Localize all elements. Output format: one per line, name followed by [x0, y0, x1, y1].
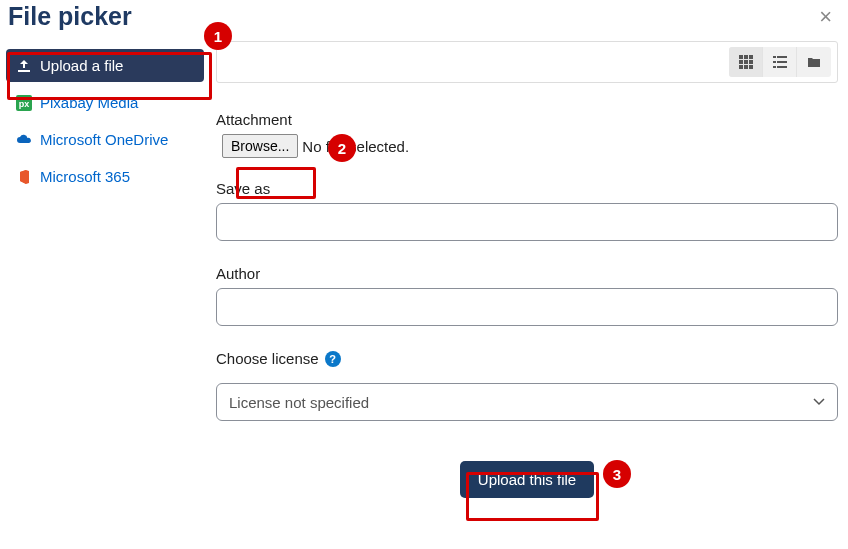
svg-rect-7 — [749, 60, 753, 64]
svg-rect-13 — [773, 61, 776, 63]
grid-icon — [739, 55, 753, 69]
list-icon — [773, 55, 787, 69]
sidebar-item-onedrive[interactable]: Microsoft OneDrive — [6, 123, 204, 156]
svg-rect-12 — [777, 56, 787, 58]
svg-rect-9 — [744, 65, 748, 69]
browse-button[interactable]: Browse... — [222, 134, 298, 158]
svg-rect-8 — [739, 65, 743, 69]
svg-rect-14 — [777, 61, 787, 63]
svg-rect-5 — [739, 60, 743, 64]
m365-icon — [16, 169, 32, 185]
no-file-text: No file selected. — [302, 138, 409, 155]
license-select[interactable]: License not specified — [216, 383, 838, 421]
svg-rect-15 — [773, 66, 776, 68]
sidebar-item-label: Microsoft 365 — [40, 168, 130, 185]
sidebar-item-m365[interactable]: Microsoft 365 — [6, 160, 204, 193]
svg-rect-16 — [777, 66, 787, 68]
svg-rect-11 — [773, 56, 776, 58]
close-button[interactable]: × — [815, 4, 836, 30]
save-as-label: Save as — [216, 180, 838, 197]
view-list-button[interactable] — [763, 47, 797, 77]
sidebar-item-pixabay[interactable]: px Pixabay Media — [6, 86, 204, 119]
view-tree-button[interactable] — [797, 47, 831, 77]
svg-rect-2 — [739, 55, 743, 59]
page-title: File picker — [4, 0, 132, 41]
sidebar-item-label: Upload a file — [40, 57, 123, 74]
onedrive-icon — [16, 132, 32, 148]
upload-button[interactable]: Upload this file — [460, 461, 594, 498]
pixabay-icon: px — [16, 95, 32, 111]
main-panel: Attachment Browse... No file selected. S… — [210, 41, 848, 508]
author-label: Author — [216, 265, 838, 282]
help-icon[interactable]: ? — [325, 351, 341, 367]
license-label: Choose license — [216, 350, 319, 367]
view-toolbar — [216, 41, 838, 83]
author-input[interactable] — [216, 288, 838, 326]
upload-icon — [16, 58, 32, 74]
svg-rect-4 — [749, 55, 753, 59]
svg-text:px: px — [19, 99, 30, 109]
svg-rect-3 — [744, 55, 748, 59]
save-as-input[interactable] — [216, 203, 838, 241]
sidebar-item-label: Pixabay Media — [40, 94, 138, 111]
svg-rect-6 — [744, 60, 748, 64]
view-icons-button[interactable] — [729, 47, 763, 77]
svg-rect-10 — [749, 65, 753, 69]
repository-sidebar: Upload a file px Pixabay Media Microsoft… — [0, 41, 210, 508]
sidebar-item-label: Microsoft OneDrive — [40, 131, 168, 148]
sidebar-item-upload[interactable]: Upload a file — [6, 49, 204, 82]
attachment-label: Attachment — [216, 111, 838, 128]
folder-icon — [807, 56, 821, 68]
